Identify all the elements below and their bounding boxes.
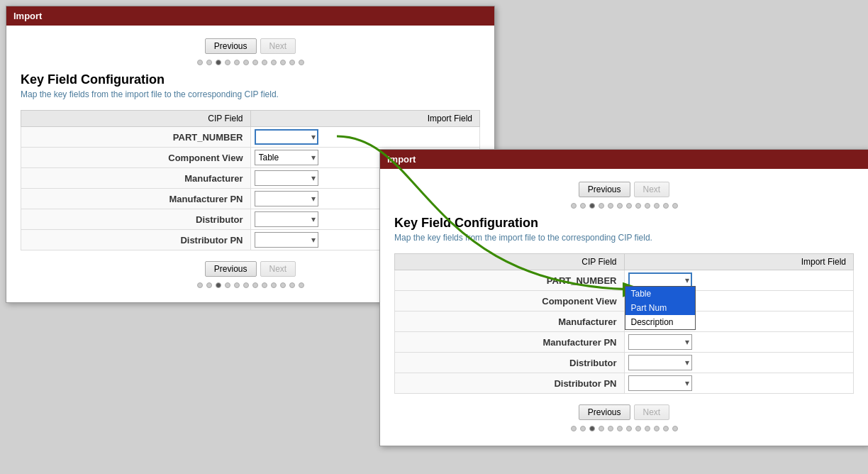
w2bdot-8 [635,426,641,431]
window2-bottom-next-button: Next [634,404,670,420]
w2-manufacturer-pn-select-wrapper [628,334,692,350]
w2-distributor-pn-select[interactable] [628,375,692,391]
w2dot-6 [617,203,623,209]
dropdown-item-description[interactable]: Description [625,315,695,329]
table-row: Distributor [395,353,854,373]
bdot-2 [206,282,212,288]
w2dot-5 [608,203,613,209]
w2bdot-5 [608,426,613,431]
window1-section-title: Key Field Configuration [21,72,480,87]
window2-col-cip: CIP Field [395,254,625,270]
w2dot-1 [571,203,577,209]
row5-label: Distributor [21,209,251,230]
w2-distributor-select-wrapper [628,355,692,370]
row2-label: Component View [21,148,251,168]
w2bdot-9 [645,426,650,431]
window2-previous-button[interactable]: Previous [579,182,630,197]
table-row: Distributor PN [395,373,854,394]
row1-label: PART_NUMBER [21,127,251,148]
dropdown-item-table[interactable]: Table [625,287,695,301]
w2row4-label: Manufacturer PN [395,332,625,353]
distributor-pn-select[interactable] [255,232,318,248]
window1-section-subtitle: Map the key fields from the import file … [21,89,480,99]
component-view-select[interactable]: Table [255,150,318,165]
import-window-2: Import Previous Next Key Field Configura… [379,149,868,446]
distributor-select[interactable] [255,211,318,227]
window1-next-button: Next [260,38,296,54]
row3-label: Manufacturer [21,168,251,189]
dot-12 [299,60,304,65]
distributor-select-wrapper [255,211,318,227]
window2-col-import: Import Field [624,254,854,270]
dropdown-item-partnum[interactable]: Part Num [625,301,695,315]
w2row5-label: Distributor [395,353,625,373]
component-view-select-wrapper: Table [255,150,318,165]
w2-distributor-select[interactable] [628,355,692,370]
window2-next-button: Next [634,182,670,197]
dot-1 [197,60,203,65]
part-number-select-wrapper [255,129,318,145]
bdot-5 [234,282,240,288]
w2bdot-7 [626,426,632,431]
w2-manufacturer-pn-select[interactable] [628,334,692,350]
manufacturer-pn-select-wrapper [255,191,318,206]
bdot-10 [280,282,286,288]
w2row5-value [624,353,854,373]
bdot-8 [262,282,267,288]
w2-distributor-pn-select-wrapper [628,375,692,391]
w2bdot-1 [571,426,577,431]
dot-4 [225,60,230,65]
table-row: PART_NUMBER Table Part Num Description [395,270,854,291]
window2-field-table: CIP Field Import Field PART_NUMBER [394,253,854,394]
dot-3 [216,60,221,65]
bdot-4 [225,282,230,288]
w2dot-3 [589,203,595,209]
bdot-1 [197,282,203,288]
dot-2 [206,60,212,65]
window2-section-title: Key Field Configuration [394,216,854,231]
w2row2-label: Component View [395,291,625,312]
w2dot-8 [635,203,641,209]
manufacturer-select-wrapper [255,170,318,186]
w2row3-label: Manufacturer [395,312,625,332]
table-row: Manufacturer PN [395,332,854,353]
part-number-select[interactable] [255,129,318,145]
dot-10 [280,60,286,65]
window2-section-subtitle: Map the key fields from the import file … [394,233,854,243]
dot-6 [243,60,249,65]
row6-label: Distributor PN [21,230,251,250]
dot-5 [234,60,240,65]
manufacturer-select[interactable] [255,170,318,186]
w2dot-4 [599,203,604,209]
bdot-9 [271,282,277,288]
w2row6-label: Distributor PN [395,373,625,394]
bdot-12 [299,282,304,288]
w2dot-11 [663,203,669,209]
bdot-11 [289,282,295,288]
w2bdot-10 [654,426,660,431]
dot-11 [289,60,295,65]
w2bdot-3 [589,426,595,431]
window2-bottom-progress-dots [394,426,854,431]
w2row1-value: Table Part Num Description [624,270,854,291]
manufacturer-pn-select[interactable] [255,191,318,206]
window1-title: Import [6,6,494,26]
dot-7 [252,60,258,65]
window1-col-cip: CIP Field [21,111,251,127]
window2-bottom-previous-button[interactable]: Previous [579,404,630,420]
window2-title: Import [380,150,868,169]
w2dot-7 [626,203,632,209]
part-number-dropdown[interactable]: Table Part Num Description [625,286,696,330]
w2row4-value [624,332,854,353]
w2row1-label: PART_NUMBER [395,270,625,291]
window1-previous-button[interactable]: Previous [205,38,257,54]
bdot-3 [216,282,221,288]
w2bdot-2 [580,426,586,431]
row1-value [250,127,480,148]
w2dot-2 [580,203,586,209]
bdot-6 [243,282,249,288]
window1-bottom-previous-button[interactable]: Previous [205,261,257,277]
table-row: PART_NUMBER [21,127,480,148]
window1-col-import: Import Field [250,111,480,127]
bdot-7 [252,282,258,288]
